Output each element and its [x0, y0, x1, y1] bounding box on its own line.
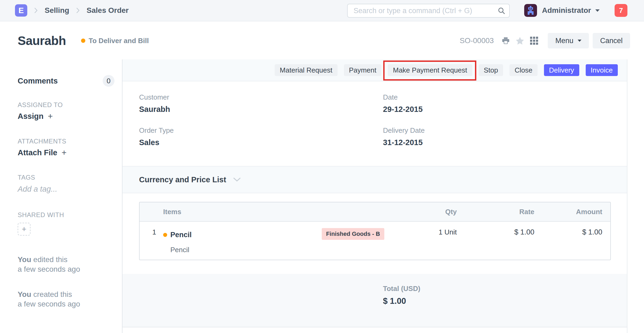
- document-actions-toolbar: Material Request Payment Make Payment Re…: [122, 59, 627, 81]
- items-section: Items Qty Rate Amount 1 Pencil Finished …: [122, 193, 627, 274]
- attach-file-button[interactable]: Attach File +: [18, 148, 67, 158]
- delivery-date-label: Delivery Date: [383, 126, 425, 134]
- items-table: Items Qty Rate Amount 1 Pencil Finished …: [139, 202, 611, 260]
- stop-button[interactable]: Stop: [479, 64, 503, 76]
- qty-column-header: Qty: [380, 208, 457, 216]
- form-main-area: Material Request Payment Make Payment Re…: [122, 59, 627, 333]
- erpnext-sales-order-page: E Selling Sales Order: [0, 0, 644, 333]
- item-group-cell: Finished Goods - B: [326, 228, 380, 241]
- user-avatar[interactable]: [524, 4, 537, 17]
- plus-icon: +: [48, 111, 53, 121]
- item-name[interactable]: Pencil: [170, 231, 192, 239]
- items-table-header: Items Qty Rate Amount: [140, 202, 610, 222]
- plus-icon: +: [22, 225, 26, 234]
- highlighted-action-wrapper: Make Payment Request: [388, 64, 472, 76]
- menu-button[interactable]: Menu: [548, 33, 589, 48]
- status-dot-icon: [81, 39, 85, 43]
- item-group-badge: Finished Goods - B: [322, 228, 384, 240]
- currency-section-label: Currency and Price List: [139, 175, 226, 184]
- invoice-button[interactable]: Invoice: [586, 64, 618, 76]
- date-field: Date 29-12-2015: [383, 93, 423, 114]
- page-header-actions: SO-00003 Menu: [460, 22, 630, 59]
- star-icon[interactable]: [516, 37, 524, 45]
- activity-action: edited this: [31, 255, 67, 264]
- currency-price-list-section-toggle[interactable]: Currency and Price List: [122, 166, 627, 193]
- chevron-down-icon: [578, 40, 581, 42]
- activity-user: You: [18, 255, 31, 264]
- delivery-date-value[interactable]: 31-12-2015: [383, 138, 425, 147]
- assign-label: Assign: [18, 112, 44, 121]
- activity-created: You created this a few seconds ago: [18, 290, 80, 309]
- menu-button-label: Menu: [555, 37, 573, 45]
- top-navbar: E Selling Sales Order: [0, 0, 644, 21]
- activity-edited: You edited this a few seconds ago: [18, 255, 80, 274]
- qty-cell: 1 Unit: [380, 228, 457, 241]
- items-column-header: Items: [163, 208, 326, 216]
- chevron-right-icon: [76, 7, 80, 13]
- comments-count-badge: 0: [103, 75, 114, 87]
- assign-button[interactable]: Assign +: [18, 111, 53, 121]
- table-row[interactable]: 1 Pencil Finished Goods - B 1 Unit $ 1.0…: [140, 222, 610, 260]
- form-sidebar: Comments 0 ASSIGNED TO Assign + ATTACHME…: [0, 59, 122, 333]
- navbar-user-area: Administrator 7: [524, 4, 627, 17]
- add-tag-input[interactable]: Add a tag...: [18, 185, 57, 194]
- search-input[interactable]: [347, 4, 510, 18]
- activity-action: created this: [31, 290, 72, 298]
- amount-cell: $ 1.00: [534, 228, 610, 241]
- global-search: [347, 4, 510, 18]
- tags-label: TAGS: [18, 174, 35, 181]
- rate-cell: $ 1.00: [457, 228, 534, 241]
- add-share-button[interactable]: +: [18, 223, 30, 236]
- breadcrumb-sales-order[interactable]: Sales Order: [87, 6, 129, 15]
- comments-link[interactable]: Comments 0: [18, 75, 114, 87]
- order-type-field: Order Type Sales: [139, 126, 174, 147]
- close-button[interactable]: Close: [509, 64, 537, 76]
- order-type-label: Order Type: [139, 126, 174, 134]
- shared-with-label: SHARED WITH: [18, 211, 64, 219]
- comments-label: Comments: [18, 77, 58, 85]
- chevron-right-icon: [34, 7, 38, 13]
- user-menu[interactable]: Administrator: [542, 6, 591, 15]
- total-value: $ 1.00: [383, 296, 406, 306]
- cancel-button[interactable]: Cancel: [593, 33, 630, 48]
- attachments-label: ATTACHMENTS: [18, 138, 66, 145]
- chevron-down-icon: [233, 177, 241, 182]
- order-type-value[interactable]: Sales: [139, 138, 174, 147]
- customer-field: Customer Saurabh: [139, 93, 170, 114]
- breadcrumb-selling[interactable]: Selling: [45, 6, 69, 15]
- chevron-down-icon: [595, 9, 600, 12]
- activity-user: You: [18, 290, 31, 298]
- material-request-button[interactable]: Material Request: [275, 64, 338, 76]
- page-title: Saurabh: [18, 33, 66, 48]
- delivery-button[interactable]: Delivery: [544, 64, 579, 76]
- activity-timestamp: a few seconds ago: [18, 299, 80, 309]
- print-icon[interactable]: [502, 37, 510, 44]
- item-description: Pencil: [163, 246, 326, 260]
- item-status-dot-icon: [163, 233, 167, 237]
- page-header: Saurabh To Deliver and Bill SO-00003: [0, 22, 644, 59]
- search-icon[interactable]: [497, 7, 505, 16]
- attach-file-label: Attach File: [18, 148, 57, 157]
- make-payment-request-button[interactable]: Make Payment Request: [388, 64, 472, 76]
- customer-label: Customer: [139, 93, 170, 101]
- assigned-to-label: ASSIGNED TO: [18, 101, 63, 109]
- item-cell: Pencil: [163, 228, 326, 241]
- date-value[interactable]: 29-12-2015: [383, 105, 423, 114]
- amount-column-header: Amount: [534, 208, 610, 216]
- document-id: SO-00003: [460, 36, 494, 45]
- plus-icon: +: [62, 148, 67, 158]
- notification-badge[interactable]: 7: [615, 4, 627, 17]
- totals-section: Total (USD) $ 1.00: [122, 274, 627, 327]
- row-index: 1: [140, 228, 163, 241]
- grid-icon[interactable]: [530, 37, 538, 45]
- customer-value[interactable]: Saurabh: [139, 105, 170, 114]
- order-details-section: Customer Saurabh Date 29-12-2015 Order T…: [122, 81, 627, 166]
- activity-timestamp: a few seconds ago: [18, 264, 80, 274]
- rate-column-header: Rate: [457, 208, 534, 216]
- status-indicator: To Deliver and Bill: [81, 37, 149, 45]
- payment-button[interactable]: Payment: [344, 64, 382, 76]
- status-label: To Deliver and Bill: [89, 37, 149, 45]
- total-label: Total (USD): [383, 285, 420, 293]
- robot-avatar-icon: [524, 4, 537, 17]
- app-logo[interactable]: E: [15, 4, 27, 17]
